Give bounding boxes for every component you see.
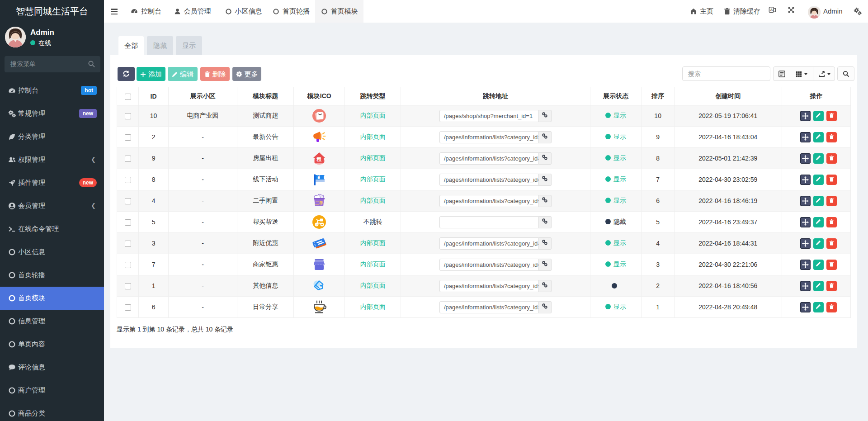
svg-text:¥: ¥ — [317, 175, 320, 180]
svg-text:租: 租 — [316, 156, 322, 162]
svg-text:A: A — [770, 8, 773, 12]
svg-text:二手: 二手 — [315, 201, 323, 205]
